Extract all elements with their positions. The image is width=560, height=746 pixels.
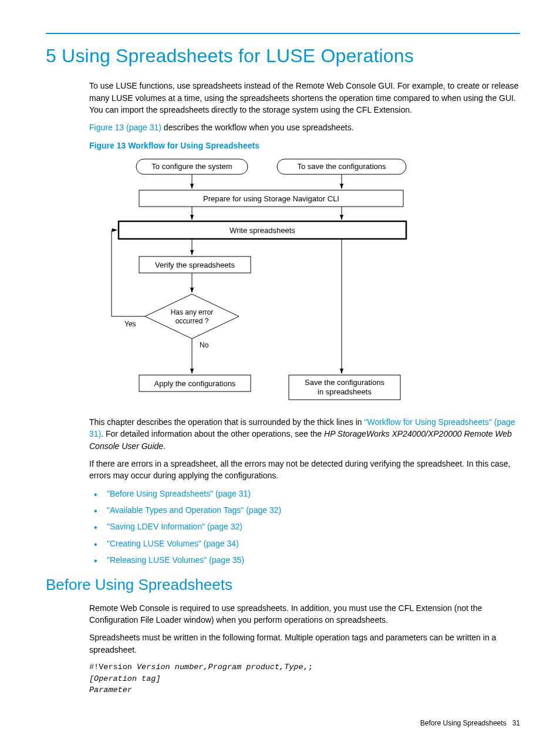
bullet-link-4[interactable]: "Releasing LUSE Volumes" (page 35)	[107, 555, 244, 565]
footer-section: Before Using Spreadsheets	[420, 719, 507, 727]
svg-text:in spreadsheets: in spreadsheets	[318, 387, 372, 396]
section-title: Before Using Spreadsheets	[46, 574, 520, 596]
intro-p2-rest: describes the workflow when you use spre…	[161, 123, 354, 132]
svg-text:Save the configurations: Save the configurations	[305, 378, 384, 387]
svg-text:Apply the configurations: Apply the configurations	[154, 379, 236, 388]
section2-p2: Spreadsheets must be written in the foll…	[89, 632, 520, 656]
list-item: "Saving LDEV Information" (page 32)	[89, 521, 520, 532]
chapter-title: 5 Using Spreadsheets for LUSE Operations	[46, 42, 520, 69]
bullet-link-1[interactable]: "Available Types and Operation Tags" (pa…	[107, 505, 281, 515]
section2-p1: Remote Web Console is required to use sp…	[89, 602, 520, 626]
bullet-link-2[interactable]: "Saving LDEV Information" (page 32)	[107, 522, 242, 531]
svg-text:Prepare for using Storage Navi: Prepare for using Storage Navigator CLI	[203, 194, 339, 203]
svg-text:Has any error: Has any error	[171, 308, 214, 316]
list-item: "Available Types and Operation Tags" (pa…	[89, 504, 520, 516]
list-item: "Creating LUSE Volumes" (page 34)	[89, 538, 520, 549]
after-figure-p2: If there are errors in a spreadsheet, al…	[89, 458, 520, 482]
page-footer: Before Using Spreadsheets 31	[420, 718, 520, 728]
intro-paragraph-2: Figure 13 (page 31) describes the workfl…	[89, 121, 520, 133]
figure-caption: Figure 13 Workflow for Using Spreadsheet…	[89, 140, 520, 151]
figure-13-link[interactable]: Figure 13 (page 31)	[89, 123, 161, 132]
svg-text:Write spreadsheets: Write spreadsheets	[230, 226, 295, 235]
bullet-link-3[interactable]: "Creating LUSE Volumes" (page 34)	[107, 539, 239, 548]
code-block: #!Version Version number,Program product…	[89, 661, 520, 696]
list-item: "Releasing LUSE Volumes" (page 35)	[89, 554, 520, 566]
list-item: "Before Using Spreadsheets" (page 31)	[89, 488, 520, 499]
bullet-link-0[interactable]: "Before Using Spreadsheets" (page 31)	[107, 489, 251, 498]
svg-text:occurred ?: occurred ?	[176, 317, 209, 325]
after-figure-p1: This chapter describes the operation tha…	[89, 416, 520, 452]
footer-page-number: 31	[512, 719, 520, 727]
svg-text:No: No	[200, 341, 209, 349]
intro-paragraph-1: To use LUSE functions, use spreadsheets …	[89, 80, 520, 116]
svg-text:To configure the system: To configure the system	[151, 162, 232, 171]
svg-text:Verify the spreadsheets: Verify the spreadsheets	[155, 261, 235, 269]
figure-image: To configure the system To save the conf…	[107, 156, 520, 411]
svg-text:Yes: Yes	[124, 320, 136, 328]
svg-text:To save the configurations: To save the configurations	[297, 162, 386, 171]
svg-marker-17	[145, 294, 239, 339]
